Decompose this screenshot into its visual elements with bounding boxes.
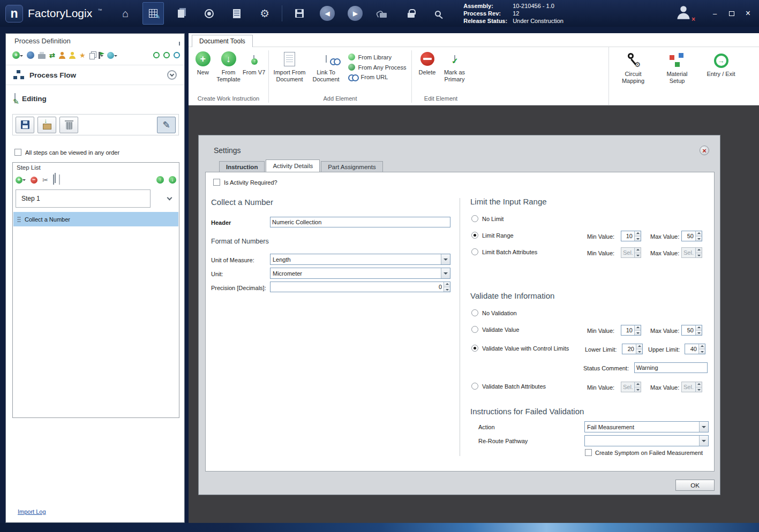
minimize-button[interactable]: [707, 7, 723, 19]
validate-control-limits-radio[interactable]: [471, 345, 478, 352]
import-log-link[interactable]: Import Log: [18, 508, 46, 515]
audit-search-icon[interactable]: [428, 2, 449, 25]
unlock-icon[interactable]: [372, 2, 394, 25]
maximize-button[interactable]: [724, 7, 739, 19]
upper-limit-spinner[interactable]: [685, 344, 705, 354]
validate-min-value[interactable]: [621, 325, 634, 335]
limit-range-radio[interactable]: [471, 232, 478, 239]
tab-part-assignments[interactable]: Part Assignments: [321, 161, 382, 172]
web-menu-icon[interactable]: [107, 52, 117, 59]
from-any-process-button[interactable]: From Any Process: [348, 64, 407, 71]
spin-up-icon[interactable]: [635, 231, 641, 236]
copy-pages-icon[interactable]: [89, 51, 95, 59]
award-icon[interactable]: [79, 52, 86, 59]
dropdown-arrow-icon[interactable]: [441, 254, 450, 264]
range-max-spinner[interactable]: [681, 231, 702, 241]
save-icon[interactable]: [289, 2, 310, 25]
checkbox-box[interactable]: [14, 149, 21, 156]
spin-up-icon[interactable]: [696, 325, 702, 330]
mark-as-primary-button[interactable]: Mark as Primary: [441, 50, 468, 82]
step-group-chevron-icon[interactable]: [167, 195, 172, 201]
move-up-icon[interactable]: [156, 176, 164, 184]
process-flow-section[interactable]: Process Flow: [6, 65, 184, 85]
lock-icon[interactable]: [400, 2, 422, 25]
precision-spinner[interactable]: [270, 282, 450, 292]
spin-up-icon[interactable]: [444, 282, 450, 287]
delete-button[interactable]: [59, 117, 78, 133]
is-activity-required-checkbox[interactable]: Is Activity Required?: [213, 179, 277, 186]
range-max-value[interactable]: [682, 231, 695, 241]
dropdown-arrow-icon[interactable]: [441, 268, 450, 278]
circuit-mapping-button[interactable]: Circuit Mapping: [619, 51, 648, 105]
delete-element-button[interactable]: Delete: [414, 50, 440, 76]
material-setup-button[interactable]: Material Setup: [663, 51, 692, 105]
step-group-header[interactable]: Step 1: [16, 189, 151, 208]
navigate-icon[interactable]: [198, 2, 220, 25]
schedule-icon[interactable]: [163, 52, 170, 58]
status-comment-input[interactable]: [634, 362, 708, 373]
import-user-icon[interactable]: [69, 52, 76, 59]
paste-icon[interactable]: [59, 175, 60, 185]
from-library-button[interactable]: From Library: [348, 54, 407, 60]
move-down-icon[interactable]: [169, 176, 176, 184]
limit-batch-radio[interactable]: [471, 248, 478, 255]
publish-menu-icon[interactable]: [99, 52, 103, 59]
home-icon[interactable]: [115, 2, 136, 25]
dropdown-arrow-icon[interactable]: [699, 436, 708, 446]
transfer-icon[interactable]: [49, 52, 55, 59]
spin-up-icon[interactable]: [636, 344, 642, 349]
validate-max-value[interactable]: [682, 325, 695, 335]
validate-max-spinner[interactable]: [681, 325, 702, 336]
forward-icon[interactable]: [344, 2, 366, 25]
action-value[interactable]: [585, 422, 699, 432]
spin-up-icon[interactable]: [635, 325, 641, 330]
spin-down-icon[interactable]: [696, 330, 702, 336]
lower-limit-spinner[interactable]: [622, 344, 643, 354]
back-icon[interactable]: [317, 2, 338, 25]
spin-down-icon[interactable]: [699, 349, 705, 354]
unit-of-measure-select[interactable]: [270, 254, 450, 265]
validate-min-spinner[interactable]: [621, 325, 641, 336]
save-step-button[interactable]: [16, 117, 34, 133]
reports-icon[interactable]: [226, 2, 247, 25]
import-button[interactable]: [37, 117, 56, 133]
header-input[interactable]: [270, 217, 450, 227]
record-icon[interactable]: [174, 52, 180, 58]
validate-value-radio[interactable]: [471, 326, 478, 333]
remove-step-icon[interactable]: [31, 177, 37, 184]
copy-icon[interactable]: [53, 175, 54, 185]
spin-down-icon[interactable]: [636, 349, 642, 354]
link-to-document-button[interactable]: Link To Document: [309, 50, 344, 82]
close-button[interactable]: [740, 7, 756, 19]
export-user-icon[interactable]: [59, 52, 65, 59]
dropdown-arrow-icon[interactable]: [699, 422, 708, 432]
add-step-icon[interactable]: [16, 177, 26, 184]
unit-value[interactable]: [270, 268, 441, 278]
validate-batch-radio[interactable]: [471, 383, 478, 390]
range-min-spinner[interactable]: [621, 231, 641, 241]
history-icon[interactable]: [153, 52, 160, 58]
spin-down-icon[interactable]: [635, 330, 641, 336]
range-min-value[interactable]: [621, 231, 634, 241]
user-logout-icon[interactable]: [674, 4, 696, 22]
checkbox-box[interactable]: [213, 179, 220, 186]
upper-limit-value[interactable]: [685, 344, 698, 354]
tab-activity-details[interactable]: Activity Details: [266, 159, 320, 172]
step-item-selected[interactable]: Collect a Number: [13, 212, 178, 226]
settings-gear-icon[interactable]: [254, 2, 275, 25]
precision-value[interactable]: [270, 282, 444, 292]
new-button[interactable]: New: [191, 50, 215, 76]
from-v7-button[interactable]: From V7: [242, 50, 266, 76]
from-template-button[interactable]: From Template: [216, 50, 241, 82]
no-limit-radio[interactable]: [471, 215, 478, 222]
spin-up-icon[interactable]: [699, 344, 705, 349]
spin-down-icon[interactable]: [444, 287, 450, 292]
cut-icon[interactable]: [42, 175, 48, 185]
dialog-close-icon[interactable]: [700, 146, 709, 155]
create-symptom-checkbox[interactable]: Create Symptom on Failed Measurement: [585, 449, 703, 456]
reroute-pathway-value[interactable]: [585, 436, 699, 446]
ok-button[interactable]: OK: [675, 480, 715, 491]
tab-document-tools[interactable]: Document Tools: [192, 35, 253, 47]
add-menu-icon[interactable]: [12, 51, 23, 59]
unit-select[interactable]: [270, 268, 450, 279]
